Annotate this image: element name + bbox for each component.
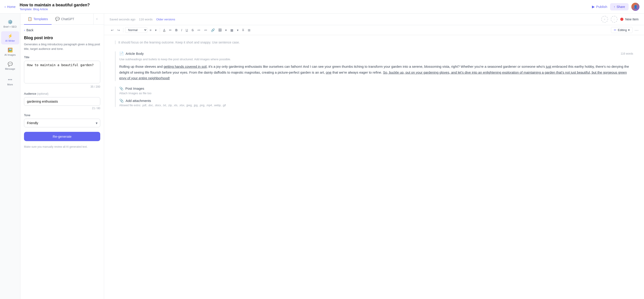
panel-collapse-button[interactable]: ‹: [94, 14, 100, 25]
form-desc: Generates a blog introductory paragraph …: [24, 42, 100, 51]
word-count: 116 words: [139, 18, 152, 21]
disclaimer-text: Make sure you manually review all AI gen…: [24, 145, 100, 149]
more-format-button[interactable]: ⊞: [246, 28, 252, 33]
section-desc: Use subheadings and bullets to keep the …: [119, 58, 633, 61]
doc-template: Template: Blog Article: [20, 8, 592, 11]
image-dropdown-button[interactable]: ▾: [224, 28, 228, 33]
doc-info: How to maintain a beautiful garden? Temp…: [20, 3, 592, 11]
post-images-section: 📎 Post Images Attach Images as file too …: [115, 87, 633, 107]
tone-select-wrap: Friendly Professional Casual Formal Humo…: [24, 119, 100, 127]
topbar: ‹ Home How to maintain a beautiful garde…: [0, 0, 644, 14]
lightning-icon: ⚡: [8, 34, 13, 39]
sidebar-item-ai-writer[interactable]: ⚡ AI Writer: [1, 31, 19, 44]
pencil-icon: ✏: [614, 28, 616, 32]
section-title: 📄 Article Body: [119, 52, 144, 56]
chevron-down-icon: ▾: [628, 28, 630, 32]
italic-button[interactable]: I: [180, 28, 184, 33]
align-dropdown-button[interactable]: ▾: [154, 28, 158, 33]
templates-tab-icon: 📋: [28, 17, 32, 21]
add-collaborator-button[interactable]: +: [601, 16, 608, 23]
tone-select[interactable]: Friendly Professional Casual Formal Humo…: [24, 119, 100, 127]
chat-icon: 💬: [8, 62, 13, 67]
article-body-section: 📄 Article Body 116 words Use subheadings…: [115, 52, 633, 81]
attachments-allowed: Allowed file extns: .pdf, .doc, .docx, .…: [119, 104, 633, 107]
font-color-button[interactable]: A: [162, 28, 166, 33]
editor-hint: It should focus on the learning outcome.…: [115, 41, 633, 44]
editor-topbar: Saved seconds ago 116 words Older versio…: [104, 14, 644, 25]
panel-content: ‹ Back Blog post intro Generates a blog …: [20, 25, 104, 299]
post-images-desc: Attach Images as file too: [119, 92, 633, 95]
sidebar-item-label: More: [7, 83, 13, 86]
chevron-left-icon: ‹: [4, 5, 6, 9]
home-link[interactable]: ‹ Home: [4, 5, 16, 9]
align-button[interactable]: ≡: [148, 28, 153, 33]
bold-button[interactable]: B: [174, 28, 179, 33]
highlight-button[interactable]: ✏: [168, 28, 173, 33]
sidebar-item-label: Brief + SEO: [4, 25, 16, 28]
new-item-badge: New Item: [620, 18, 638, 21]
share-icon-button[interactable]: ↑: [611, 16, 618, 23]
section-header: 📄 Article Body 116 words: [119, 52, 633, 56]
article-body-content[interactable]: Rolling up those sleeves and getting han…: [119, 64, 633, 81]
tab-chatgpt[interactable]: 💬 ChatGPT: [52, 14, 78, 25]
sidebar-item-label: Message: [5, 68, 15, 70]
redo-button[interactable]: ↪: [116, 28, 121, 33]
chevron-left-icon: ‹: [24, 28, 25, 32]
title-counter: 35 / 200: [24, 85, 100, 88]
tab-templates[interactable]: 📋 Templates: [24, 14, 52, 25]
editor-content: It should focus on the learning outcome.…: [104, 35, 644, 299]
paperclip-icon: 📎: [119, 99, 124, 103]
chatgpt-tab-icon: 💬: [55, 17, 60, 21]
underline-button[interactable]: U: [184, 28, 190, 33]
avatar: 👤: [631, 3, 640, 11]
clear-format-button[interactable]: T̶: [241, 28, 246, 33]
attachment-icon: 📎: [119, 87, 124, 91]
audience-input[interactable]: [24, 97, 100, 106]
sidebar-item-more[interactable]: ••• More: [1, 73, 19, 88]
bullet-list-button[interactable]: ≔: [196, 28, 202, 33]
editing-mode-button[interactable]: ✏ Editing ▾: [611, 27, 633, 33]
sidebar-item-label: AI Images: [4, 54, 16, 56]
add-attachments-button[interactable]: 📎 Add attachments: [119, 99, 633, 103]
title-label: Title: [24, 56, 100, 59]
sidebar-item-brief-seo[interactable]: ⚙️ Brief + SEO: [1, 17, 19, 30]
share-button[interactable]: ↑ Share: [610, 3, 628, 11]
back-button[interactable]: ‹ Back: [24, 28, 100, 32]
link-button[interactable]: 🔗: [210, 28, 216, 33]
panel-tabs: 📋 Templates 💬 ChatGPT ‹: [20, 14, 104, 25]
title-input[interactable]: How to maintain a beautiful garden?: [24, 61, 100, 83]
sidebar-item-message[interactable]: 💬 Message: [1, 59, 19, 73]
toolbar-divider-2: [160, 28, 160, 32]
more-icon: •••: [8, 78, 12, 82]
gear-icon: ⚙️: [8, 20, 13, 25]
sidebar-item-ai-images[interactable]: 🖼️ AI Images: [1, 45, 19, 59]
regenerate-button[interactable]: Re-generate: [24, 132, 100, 141]
toolbar-right: ✏ Editing ▾ ⋯: [611, 27, 638, 33]
document-icon: 📄: [119, 52, 124, 56]
table-dropdown-button[interactable]: ▾: [236, 28, 240, 33]
table-button[interactable]: ▦: [229, 28, 235, 33]
save-status: Saved seconds ago: [110, 18, 135, 21]
panel: 📋 Templates 💬 ChatGPT ‹ ‹ Back Blog post…: [20, 14, 104, 299]
ordered-list-button[interactable]: ≔: [203, 28, 209, 33]
older-versions-link[interactable]: Older versions: [156, 18, 175, 21]
topbar-actions: ▶ Publish ↑ Share 👤: [592, 3, 640, 11]
post-images-title: 📎 Post Images: [119, 87, 633, 91]
new-item-indicator: [620, 18, 624, 21]
sidebar-item-label: AI Writer: [5, 40, 15, 42]
editor-toolbar: ↩ ↪ Normal Heading 1 Heading 2 Heading 3…: [104, 25, 644, 35]
undo-button[interactable]: ↩: [110, 28, 115, 33]
publish-icon: ▶: [592, 5, 595, 9]
strikethrough-button[interactable]: S: [190, 28, 195, 33]
main-layout: ⚙️ Brief + SEO ⚡ AI Writer 🖼️ AI Images …: [0, 14, 644, 299]
publish-button[interactable]: ▶ Publish: [592, 5, 607, 9]
sidebar-icons: ⚙️ Brief + SEO ⚡ AI Writer 🖼️ AI Images …: [0, 14, 20, 299]
share-icon: ↑: [614, 5, 615, 9]
style-select[interactable]: Normal Heading 1 Heading 2 Heading 3: [125, 27, 147, 33]
home-label: Home: [7, 5, 16, 9]
image-icon: 🖼️: [8, 48, 13, 53]
tone-label: Tone: [24, 114, 100, 117]
more-options-button[interactable]: ⋯: [634, 28, 638, 33]
image-button[interactable]: 🖼: [217, 28, 223, 33]
editor-top-right: + ↑ New Item: [601, 16, 638, 23]
